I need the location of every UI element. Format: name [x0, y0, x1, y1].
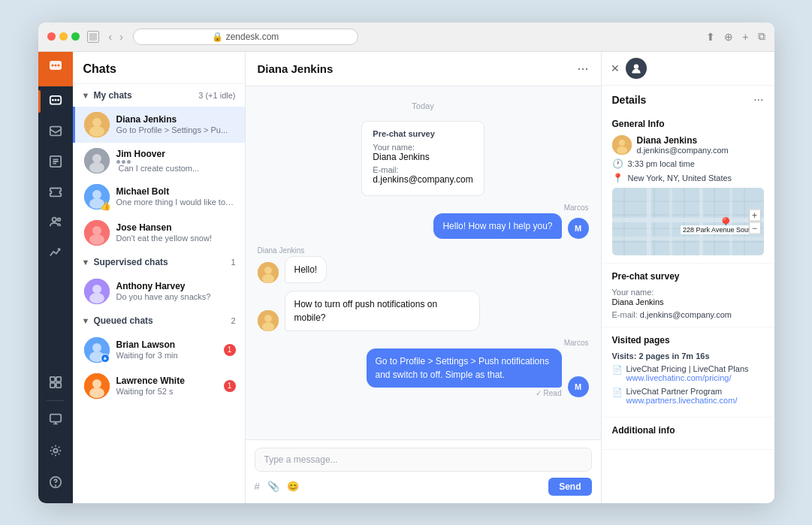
sidebar-item-team[interactable]	[38, 207, 73, 237]
detail-row-time: 🕐 3:33 pm local time	[612, 158, 764, 169]
plus-icon[interactable]: +	[742, 31, 748, 43]
chat-preview-michael: One more thing I would like to a...	[116, 198, 236, 207]
pre-chat-survey-title: Pre-chat survey	[612, 271, 764, 282]
chat-preview-jose: Don't eat the yellow snow!	[116, 234, 236, 243]
copy-icon[interactable]: ⧉	[758, 30, 765, 43]
chat-item-jose[interactable]: Jose Hansen Don't eat the yellow snow!	[73, 215, 245, 251]
svg-rect-0	[89, 33, 97, 41]
chat-name-anthony: Anthony Harvey	[116, 281, 236, 291]
svg-point-39	[92, 285, 101, 294]
chats-title: Chats	[83, 62, 116, 75]
svg-rect-18	[50, 382, 54, 387]
share-icon[interactable]: ⬆	[706, 31, 715, 43]
detail-row-avatar: Diana Jenkins d.jenkins@company.com	[612, 135, 764, 155]
avatar-brian	[84, 337, 110, 363]
svg-point-50	[262, 274, 274, 283]
sidebar-item-widgets[interactable]	[38, 367, 73, 397]
svg-point-7	[54, 98, 56, 101]
survey-email-value: d.jenkins@company.com	[373, 174, 472, 185]
visited-page-2: 📄 LiveChat Partner Program www.partners.…	[612, 387, 764, 405]
page-content-2: LiveChat Partner Program www.partners.li…	[626, 387, 738, 405]
details-title: Details	[612, 94, 647, 106]
supervised-chats-section-header[interactable]: ▼ Supervised chats 1	[73, 251, 245, 273]
chat-contact-name: Diana Jenkins	[258, 62, 334, 75]
chat-preview-anthony: Do you have any snacks?	[116, 292, 236, 301]
send-button[interactable]: Send	[548, 478, 591, 496]
detail-email: d.jenkins@company.com	[637, 146, 729, 155]
sidebar-item-list[interactable]	[38, 146, 73, 177]
details-menu-button[interactable]: ···	[753, 93, 763, 107]
chat-item-michael[interactable]: 👍 Michael Bolt One more thing I would li…	[73, 179, 245, 215]
msg-bubble-visitor-2: How to turn off push notifications on mo…	[285, 291, 480, 331]
visitor-avatar-1	[258, 262, 279, 283]
chat-item-jim[interactable]: Jim Hoover Can I create custom...	[73, 143, 245, 179]
maximize-dot[interactable]	[71, 32, 80, 41]
visits-label: Visits:	[612, 352, 637, 361]
address-bar[interactable]: 🔒 zendesk.com	[133, 29, 358, 45]
sidebar-item-screen[interactable]	[38, 404, 73, 434]
chat-info-anthony: Anthony Harvey Do you have any snacks?	[116, 281, 236, 301]
chat-item-anthony[interactable]: Anthony Harvey Do you have any snacks?	[73, 273, 245, 309]
queued-chats-section-header[interactable]: ▼ Queued chats 2	[73, 309, 245, 332]
chat-main-menu-button[interactable]: ···	[577, 61, 588, 77]
forward-button[interactable]: ›	[117, 31, 125, 43]
page-url-2[interactable]: www.partners.livechatinc.com/	[626, 396, 738, 405]
svg-point-53	[262, 322, 274, 331]
visitor-avatar-2	[258, 310, 279, 331]
sidebar-item-help[interactable]	[38, 467, 73, 497]
sidebar-item-settings[interactable]	[38, 436, 73, 466]
sidebar-item-analytics[interactable]	[38, 237, 73, 267]
page-content-1: LiveChat Pricing | LiveChat Plans www.li…	[626, 364, 749, 382]
details-close-button[interactable]: ✕	[611, 62, 620, 74]
svg-rect-17	[56, 376, 60, 381]
browser-dots	[47, 32, 80, 41]
avatar-jim	[84, 148, 110, 173]
sidebar-item-chat[interactable]	[38, 86, 73, 116]
svg-rect-70	[699, 188, 703, 255]
messages-area: Today Pre-chat survey Your name: Diana J…	[246, 86, 601, 439]
msg-bubble-visitor-1: Hello!	[285, 256, 328, 283]
chat-info-jose: Jose Hansen Don't eat the yellow snow!	[116, 222, 236, 243]
visited-pages-visits: Visits: 2 pages in 7m 16s	[612, 352, 764, 361]
details-top-bar: ✕	[602, 52, 774, 86]
avatar-anthony	[84, 279, 110, 304]
survey-email-label: E-mail:	[373, 165, 472, 174]
queued-chats-label: Queued chats	[93, 315, 231, 326]
chat-item-diana[interactable]: Diana Jenkins Go to Profile > Settings >…	[73, 107, 245, 143]
chat-item-brian[interactable]: Brian Lawson Waiting for 3 min 1	[73, 332, 245, 368]
svg-point-4	[57, 65, 59, 67]
minimize-dot[interactable]	[59, 32, 68, 41]
visited-page-1: 📄 LiveChat Pricing | LiveChat Plans www.…	[612, 364, 764, 382]
pre-chat-email-label: E-mail:	[612, 310, 640, 319]
app-logo[interactable]	[38, 52, 73, 86]
chat-name-diana: Diana Jenkins	[116, 114, 236, 125]
hashtag-icon[interactable]: #	[255, 481, 260, 492]
page-url-1[interactable]: www.livechatinc.com/pricing/	[626, 373, 749, 382]
svg-point-33	[92, 190, 101, 199]
chat-preview-brian: Waiting for 3 min	[116, 351, 224, 360]
map-zoom-in-button[interactable]: +	[749, 209, 761, 221]
zoom-icon[interactable]: ⊕	[724, 31, 733, 43]
my-chats-section-header[interactable]: ▼ My chats 3 (+1 idle)	[73, 84, 245, 107]
emoji-icon[interactable]: 😊	[287, 481, 299, 492]
map-zoom-out-button[interactable]: −	[749, 222, 761, 234]
svg-point-2	[51, 65, 53, 67]
sidebar-item-ticket[interactable]	[38, 177, 73, 207]
detail-avatar	[612, 135, 632, 155]
badge-brian: 1	[224, 344, 236, 356]
message-input[interactable]: Type a message...	[255, 448, 592, 472]
typing-indicator	[116, 160, 236, 164]
attachment-icon[interactable]: 📎	[267, 481, 279, 492]
my-chats-label: My chats	[93, 90, 198, 101]
date-divider: Today	[258, 101, 589, 110]
close-dot[interactable]	[47, 32, 56, 41]
svg-point-47	[89, 388, 104, 398]
sidebar-item-inbox[interactable]	[38, 116, 73, 146]
detail-local-time: 3:33 pm local time	[628, 159, 695, 168]
back-button[interactable]: ‹	[107, 31, 115, 43]
survey-card-title: Pre-chat survey	[373, 129, 472, 138]
chat-item-lawrence[interactable]: Lawrence White Waiting for 52 s 1	[73, 368, 245, 404]
chat-info-lawrence: Lawrence White Waiting for 52 s	[116, 376, 224, 396]
lock-icon: 🔒	[212, 32, 225, 42]
svg-point-31	[89, 162, 104, 173]
